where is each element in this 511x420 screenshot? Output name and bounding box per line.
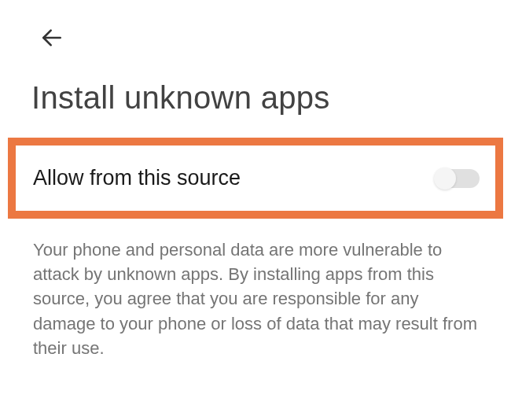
- page-title: Install unknown apps: [0, 52, 511, 138]
- toggle-thumb: [434, 168, 456, 190]
- header-bar: [0, 0, 511, 52]
- allow-source-row[interactable]: Allow from this source: [8, 138, 503, 219]
- back-button[interactable]: [38, 24, 66, 52]
- allow-source-toggle[interactable]: [436, 169, 480, 188]
- warning-description: Your phone and personal data are more vu…: [0, 219, 511, 360]
- setting-label: Allow from this source: [22, 166, 241, 190]
- back-arrow-icon: [39, 25, 64, 50]
